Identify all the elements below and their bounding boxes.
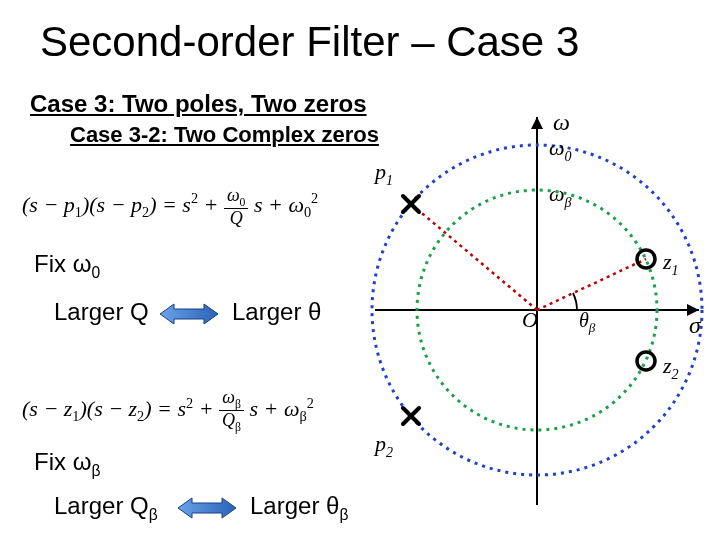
case-heading: Case 3: Two poles, Two zeros (30, 90, 367, 118)
z1-label: z1 (662, 249, 679, 278)
p2-label: p2 (373, 431, 393, 460)
thetabeta-label: θβ (579, 309, 596, 335)
zero-polynomial-formula: (s − z1)(s − z2) = s2 + ωβQβ s + ωβ2 (22, 388, 314, 434)
sigma-axis-label: σ (689, 312, 702, 338)
pole-zero-diagram: O σ ω ω0 ωβ p1 p2 z1 z2 θβ (367, 105, 712, 515)
p1-label: p1 (373, 159, 393, 188)
svg-line-9 (537, 259, 646, 310)
subcase-heading: Case 3-2: Two Complex zeros (70, 122, 379, 148)
svg-marker-5 (531, 117, 543, 129)
z2-label: z2 (662, 353, 679, 382)
larger-q-label: Larger Q (54, 298, 149, 326)
larger-thetabeta-label: Larger θβ (250, 492, 348, 524)
svg-line-8 (411, 204, 537, 310)
larger-theta-label: Larger θ (232, 298, 321, 326)
omega-axis-label: ω (553, 109, 570, 135)
larger-qbeta-label: Larger Qβ (54, 492, 158, 524)
omega0-label: ω0 (549, 135, 572, 164)
omegabeta-label: ωβ (549, 181, 572, 210)
svg-marker-0 (160, 304, 218, 324)
svg-point-15 (637, 352, 655, 370)
slide-title: Second-order Filter – Case 3 (40, 18, 579, 66)
fix-omega0-label: Fix ω0 (34, 250, 100, 282)
fix-omegabeta-label: Fix ωβ (34, 448, 100, 480)
double-arrow-icon (160, 302, 218, 326)
pole-polynomial-formula: (s − p1)(s − p2) = s2 + ω0Q s + ω02 (22, 186, 318, 227)
double-arrow-icon (178, 496, 236, 520)
svg-marker-1 (178, 498, 236, 518)
origin-label: O (522, 307, 538, 332)
